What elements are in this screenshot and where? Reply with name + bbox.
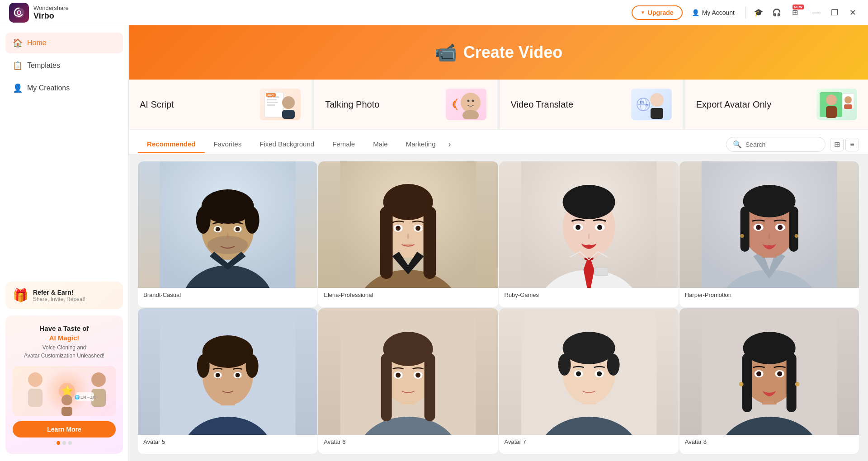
feature-card-export-avatar[interactable]: Export Avatar Only (685, 80, 868, 129)
dot-1 (57, 441, 60, 445)
svg-rect-125 (742, 353, 752, 412)
create-video-banner[interactable]: 📹 Create Video (129, 25, 868, 80)
avatar-card-6[interactable]: Avatar 6 (318, 308, 498, 454)
learn-more-button[interactable]: Learn More (13, 421, 116, 437)
close-button[interactable]: ✕ (846, 6, 859, 19)
avatar-card-7[interactable]: Avatar 7 (499, 308, 679, 454)
svg-point-70 (576, 225, 580, 230)
svg-point-6 (28, 372, 42, 387)
search-box: 🔍 (726, 137, 826, 152)
carousel-dots (13, 441, 116, 445)
avatar-section: Recommended Favorites Fixed Background F… (129, 130, 868, 461)
tab-fixed-background[interactable]: Fixed Background (250, 136, 323, 153)
upgrade-arrow-icon: ▼ (641, 10, 645, 15)
feature-card-video-translate[interactable]: Video Translate EN ZH (500, 80, 685, 129)
avatar-card-8[interactable]: Avatar 8 (679, 308, 859, 454)
svg-point-10 (61, 395, 72, 405)
export-avatar-title: Export Avatar Only (696, 99, 771, 110)
svg-point-23 (461, 93, 481, 113)
search-input[interactable] (745, 141, 819, 148)
sidebar: 🏠 Home 📋 Templates 👤 My Creations 🎁 Refe… (0, 25, 129, 461)
avatar-grid: Brandt-Casual (129, 154, 868, 461)
svg-point-72 (597, 225, 602, 230)
list-view-icon[interactable]: ≡ (845, 138, 859, 151)
svg-rect-79 (740, 207, 749, 252)
my-account-button[interactable]: 👤 My Account (688, 7, 738, 18)
svg-rect-36 (826, 106, 837, 118)
refer-earn-card[interactable]: 🎁 Refer & Earn! Share, Invite, Repeat! (5, 282, 123, 309)
svg-rect-7 (28, 389, 42, 407)
my-creations-icon: 👤 (13, 83, 23, 93)
home-icon: 🏠 (13, 38, 23, 48)
video-translate-title: Video Translate (511, 99, 574, 110)
svg-point-132 (777, 371, 782, 376)
avatar-tabs: Recommended Favorites Fixed Background F… (129, 130, 868, 154)
dot-2 (62, 441, 66, 445)
svg-point-35 (826, 94, 837, 105)
avatar-harper-image (679, 161, 859, 288)
create-video-inner: 📹 Create Video (434, 42, 562, 63)
svg-point-92 (197, 354, 210, 378)
sidebar-item-my-creations[interactable]: 👤 My Creations (5, 78, 123, 99)
svg-point-117 (576, 371, 581, 376)
avatar-card-harper[interactable]: Harper-Promotion (679, 161, 859, 307)
svg-point-115 (607, 354, 619, 376)
title-bar-icons: 🎓 🎧 ⊞ NEW (753, 7, 800, 18)
svg-point-68 (562, 185, 615, 219)
tab-favorites[interactable]: Favorites (205, 136, 251, 153)
svg-rect-16 (267, 99, 277, 100)
grid-view-icon[interactable]: ⊞ (830, 138, 844, 151)
restore-button[interactable]: ❐ (828, 6, 841, 19)
sidebar-item-templates[interactable]: 📋 Templates (5, 55, 123, 76)
avatar-card-5[interactable]: Avatar 5 (138, 308, 317, 454)
avatar-card-elena[interactable]: Elena-Professional (318, 161, 498, 307)
svg-rect-103 (381, 353, 392, 421)
avatar-card-brandt[interactable]: Brandt-Casual (138, 161, 317, 307)
svg-point-49 (216, 227, 220, 231)
logo-text: Wondershare Virbo (33, 5, 69, 21)
grid-icon[interactable]: ⊞ NEW (789, 7, 800, 18)
avatar-brandt-image (138, 161, 317, 288)
svg-point-84 (756, 225, 761, 230)
svg-point-38 (844, 96, 852, 103)
avatar-card-ruby[interactable]: Ruby-Games (499, 161, 679, 307)
tab-recommended[interactable]: Recommended (138, 136, 205, 153)
avatar-ruby-image (499, 161, 679, 288)
sidebar-my-creations-label: My Creations (27, 84, 70, 92)
talking-photo-image (446, 89, 486, 120)
tab-marketing[interactable]: Marketing (397, 136, 445, 153)
talking-photo-title: Talking Photo (325, 99, 379, 110)
svg-point-19 (282, 96, 295, 109)
ai-magic-highlight: AI Magic! (13, 334, 116, 342)
svg-point-93 (246, 354, 259, 378)
minimize-button[interactable]: — (810, 6, 823, 19)
svg-text:ABC!: ABC! (268, 94, 274, 97)
upgrade-button[interactable]: ▼ Upgrade (632, 5, 683, 20)
avatar-6-image (318, 308, 498, 435)
headphone-icon[interactable]: 🎧 (771, 7, 782, 18)
graduation-icon[interactable]: 🎓 (753, 7, 764, 18)
more-tabs-button[interactable]: › (445, 135, 455, 154)
svg-point-24 (462, 110, 479, 119)
my-account-label: My Account (702, 9, 735, 16)
tab-male[interactable]: Male (364, 136, 397, 153)
content-area: 📹 Create Video AI Script (129, 25, 868, 461)
logo-brand: Wondershare (33, 5, 69, 11)
refer-earn-title: Refer & Earn! (33, 289, 85, 296)
sidebar-templates-label: Templates (27, 61, 60, 70)
svg-rect-58 (424, 207, 436, 279)
main-layout: 🏠 Home 📋 Templates 👤 My Creations 🎁 Refe… (0, 25, 868, 461)
new-badge: NEW (793, 5, 804, 9)
svg-point-78 (743, 185, 795, 217)
logo-icon (9, 3, 29, 23)
tab-female[interactable]: Female (323, 136, 364, 153)
account-icon: 👤 (692, 9, 699, 16)
avatar-harper-name: Harper-Promotion (679, 288, 859, 302)
feature-card-ai-script[interactable]: AI Script ABC! (129, 80, 314, 129)
feature-card-talking-photo[interactable]: Talking Photo (314, 80, 500, 129)
sidebar-item-home[interactable]: 🏠 Home (5, 33, 123, 53)
ai-magic-visual: ⭐ 🌐 EN→ZH (13, 366, 116, 416)
svg-point-91 (203, 335, 253, 368)
avatar-elena-image (318, 161, 498, 288)
svg-rect-17 (267, 102, 278, 103)
